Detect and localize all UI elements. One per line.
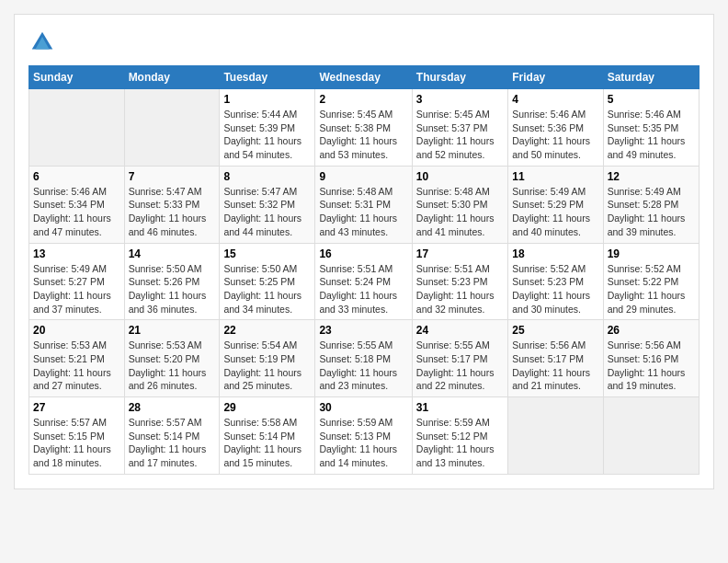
day-info: Sunrise: 5:51 AM Sunset: 5:24 PM Dayligh… [319, 262, 407, 316]
day-number: 9 [319, 170, 407, 183]
calendar-table: SundayMondayTuesdayWednesdayThursdayFrid… [28, 65, 700, 475]
calendar-week-row: 6Sunrise: 5:46 AM Sunset: 5:34 PM Daylig… [29, 166, 700, 243]
calendar-day-cell: 28Sunrise: 5:57 AM Sunset: 5:14 PM Dayli… [124, 397, 220, 475]
day-number: 7 [129, 170, 216, 183]
weekday-header: Sunday [29, 66, 125, 89]
day-info: Sunrise: 5:55 AM Sunset: 5:17 PM Dayligh… [416, 339, 504, 393]
calendar-day-cell: 8Sunrise: 5:47 AM Sunset: 5:32 PM Daylig… [220, 166, 315, 243]
day-number: 1 [223, 93, 311, 106]
weekday-header: Wednesday [315, 66, 412, 89]
calendar-week-row: 27Sunrise: 5:57 AM Sunset: 5:15 PM Dayli… [29, 397, 700, 475]
calendar-header-row: SundayMondayTuesdayWednesdayThursdayFrid… [29, 66, 700, 89]
day-number: 19 [608, 247, 695, 260]
calendar-day-cell: 7Sunrise: 5:47 AM Sunset: 5:33 PM Daylig… [124, 166, 220, 243]
calendar-day-cell: 20Sunrise: 5:53 AM Sunset: 5:21 PM Dayli… [29, 320, 125, 397]
calendar-week-row: 13Sunrise: 5:49 AM Sunset: 5:27 PM Dayli… [29, 243, 700, 320]
day-number: 18 [512, 247, 598, 260]
logo [28, 29, 60, 56]
calendar-day-cell: 29Sunrise: 5:58 AM Sunset: 5:14 PM Dayli… [220, 397, 315, 475]
calendar-day-cell: 15Sunrise: 5:50 AM Sunset: 5:25 PM Dayli… [220, 243, 315, 320]
calendar-day-cell: 26Sunrise: 5:56 AM Sunset: 5:16 PM Dayli… [603, 320, 699, 397]
day-info: Sunrise: 5:49 AM Sunset: 5:29 PM Dayligh… [512, 185, 598, 239]
day-info: Sunrise: 5:44 AM Sunset: 5:39 PM Dayligh… [223, 108, 311, 162]
day-number: 10 [416, 170, 504, 183]
calendar-day-cell: 9Sunrise: 5:48 AM Sunset: 5:31 PM Daylig… [315, 166, 412, 243]
day-info: Sunrise: 5:52 AM Sunset: 5:23 PM Dayligh… [512, 262, 598, 316]
day-number: 24 [416, 324, 504, 337]
calendar-day-cell [29, 89, 125, 167]
day-number: 15 [223, 247, 311, 260]
day-number: 25 [512, 324, 598, 337]
day-number: 8 [223, 170, 311, 183]
day-info: Sunrise: 5:56 AM Sunset: 5:17 PM Dayligh… [512, 339, 598, 393]
calendar-day-cell [124, 89, 220, 167]
calendar-day-cell: 12Sunrise: 5:49 AM Sunset: 5:28 PM Dayli… [603, 166, 699, 243]
weekday-header: Thursday [412, 66, 507, 89]
calendar-week-row: 20Sunrise: 5:53 AM Sunset: 5:21 PM Dayli… [29, 320, 700, 397]
calendar-day-cell: 21Sunrise: 5:53 AM Sunset: 5:20 PM Dayli… [124, 320, 220, 397]
calendar-day-cell: 30Sunrise: 5:59 AM Sunset: 5:13 PM Dayli… [315, 397, 412, 475]
day-info: Sunrise: 5:52 AM Sunset: 5:22 PM Dayligh… [608, 262, 695, 316]
weekday-header: Tuesday [220, 66, 315, 89]
day-info: Sunrise: 5:54 AM Sunset: 5:19 PM Dayligh… [223, 339, 311, 393]
day-number: 16 [319, 247, 407, 260]
day-number: 30 [319, 401, 407, 414]
day-number: 21 [129, 324, 216, 337]
day-info: Sunrise: 5:45 AM Sunset: 5:38 PM Dayligh… [319, 108, 407, 162]
calendar-day-cell: 13Sunrise: 5:49 AM Sunset: 5:27 PM Dayli… [29, 243, 125, 320]
day-info: Sunrise: 5:57 AM Sunset: 5:14 PM Dayligh… [129, 416, 216, 470]
calendar-day-cell: 17Sunrise: 5:51 AM Sunset: 5:23 PM Dayli… [412, 243, 507, 320]
day-number: 5 [608, 93, 695, 106]
day-info: Sunrise: 5:58 AM Sunset: 5:14 PM Dayligh… [223, 416, 311, 470]
day-info: Sunrise: 5:51 AM Sunset: 5:23 PM Dayligh… [416, 262, 504, 316]
day-info: Sunrise: 5:59 AM Sunset: 5:12 PM Dayligh… [416, 416, 504, 470]
calendar-day-cell: 22Sunrise: 5:54 AM Sunset: 5:19 PM Dayli… [220, 320, 315, 397]
calendar-day-cell: 1Sunrise: 5:44 AM Sunset: 5:39 PM Daylig… [220, 89, 315, 167]
day-number: 3 [416, 93, 504, 106]
calendar-day-cell: 3Sunrise: 5:45 AM Sunset: 5:37 PM Daylig… [412, 89, 507, 167]
weekday-header: Saturday [603, 66, 699, 89]
day-info: Sunrise: 5:46 AM Sunset: 5:36 PM Dayligh… [512, 108, 598, 162]
day-number: 22 [223, 324, 311, 337]
day-number: 28 [129, 401, 216, 414]
day-number: 31 [416, 401, 504, 414]
header [28, 29, 700, 56]
calendar-day-cell: 23Sunrise: 5:55 AM Sunset: 5:18 PM Dayli… [315, 320, 412, 397]
day-number: 6 [33, 170, 120, 183]
calendar-day-cell [508, 397, 603, 475]
day-info: Sunrise: 5:48 AM Sunset: 5:31 PM Dayligh… [319, 185, 407, 239]
day-info: Sunrise: 5:53 AM Sunset: 5:21 PM Dayligh… [33, 339, 120, 393]
day-info: Sunrise: 5:50 AM Sunset: 5:26 PM Dayligh… [129, 262, 216, 316]
calendar-day-cell: 25Sunrise: 5:56 AM Sunset: 5:17 PM Dayli… [508, 320, 603, 397]
calendar-day-cell: 16Sunrise: 5:51 AM Sunset: 5:24 PM Dayli… [315, 243, 412, 320]
logo-icon [28, 29, 56, 56]
day-number: 12 [608, 170, 695, 183]
day-info: Sunrise: 5:50 AM Sunset: 5:25 PM Dayligh… [223, 262, 311, 316]
day-info: Sunrise: 5:47 AM Sunset: 5:32 PM Dayligh… [223, 185, 311, 239]
day-info: Sunrise: 5:47 AM Sunset: 5:33 PM Dayligh… [129, 185, 216, 239]
day-info: Sunrise: 5:48 AM Sunset: 5:30 PM Dayligh… [416, 185, 504, 239]
day-number: 14 [129, 247, 216, 260]
day-info: Sunrise: 5:59 AM Sunset: 5:13 PM Dayligh… [319, 416, 407, 470]
calendar-week-row: 1Sunrise: 5:44 AM Sunset: 5:39 PM Daylig… [29, 89, 700, 167]
calendar-day-cell: 5Sunrise: 5:46 AM Sunset: 5:35 PM Daylig… [603, 89, 699, 167]
calendar-day-cell: 10Sunrise: 5:48 AM Sunset: 5:30 PM Dayli… [412, 166, 507, 243]
calendar-day-cell: 31Sunrise: 5:59 AM Sunset: 5:12 PM Dayli… [412, 397, 507, 475]
day-info: Sunrise: 5:46 AM Sunset: 5:34 PM Dayligh… [33, 185, 120, 239]
calendar-day-cell: 27Sunrise: 5:57 AM Sunset: 5:15 PM Dayli… [29, 397, 125, 475]
day-number: 27 [33, 401, 120, 414]
day-number: 26 [608, 324, 695, 337]
day-info: Sunrise: 5:57 AM Sunset: 5:15 PM Dayligh… [33, 416, 120, 470]
day-number: 17 [416, 247, 504, 260]
calendar-day-cell [603, 397, 699, 475]
calendar-day-cell: 19Sunrise: 5:52 AM Sunset: 5:22 PM Dayli… [603, 243, 699, 320]
day-info: Sunrise: 5:46 AM Sunset: 5:35 PM Dayligh… [608, 108, 695, 162]
day-number: 23 [319, 324, 407, 337]
day-number: 20 [33, 324, 120, 337]
day-number: 11 [512, 170, 598, 183]
day-info: Sunrise: 5:55 AM Sunset: 5:18 PM Dayligh… [319, 339, 407, 393]
day-info: Sunrise: 5:56 AM Sunset: 5:16 PM Dayligh… [608, 339, 695, 393]
day-number: 2 [319, 93, 407, 106]
day-info: Sunrise: 5:49 AM Sunset: 5:27 PM Dayligh… [33, 262, 120, 316]
calendar-day-cell: 6Sunrise: 5:46 AM Sunset: 5:34 PM Daylig… [29, 166, 125, 243]
